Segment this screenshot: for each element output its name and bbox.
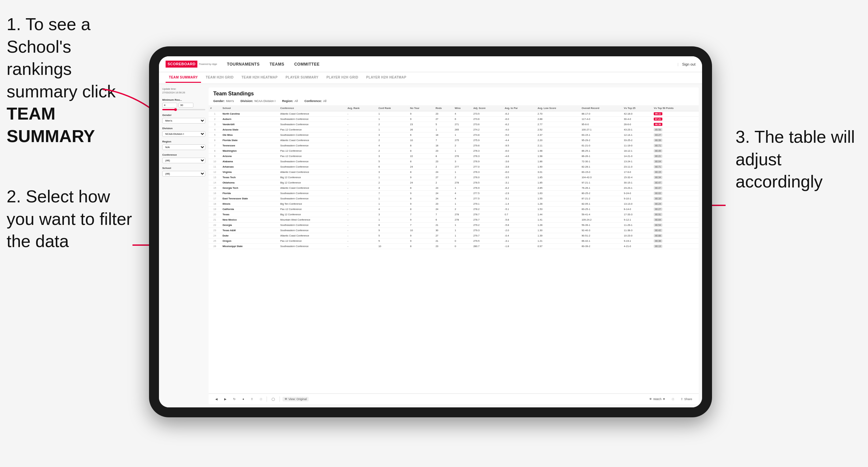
- cell-conf-rank: 9: [377, 228, 409, 233]
- sub-nav-player-h2h-grid[interactable]: PLAYER H2H GRID: [323, 73, 362, 83]
- cell-school: Illinois: [221, 201, 279, 207]
- cell-avg-low: 1.53: [536, 207, 580, 212]
- sub-nav-team-h2h-heatmap[interactable]: TEAM H2H HEATMAP: [238, 73, 281, 83]
- cell-avg-par: -6.2: [503, 185, 536, 191]
- cell-avg-rank: -: [346, 175, 376, 180]
- col-vs25[interactable]: Vs Top 25: [622, 105, 652, 111]
- nav-home-btn[interactable]: ●: [241, 397, 246, 401]
- filter-max-input[interactable]: [179, 103, 193, 107]
- cell-overall: 83-25-1: [580, 207, 622, 212]
- cell-rank: 10: [209, 159, 221, 164]
- filter-gender-select[interactable]: Men's: [162, 118, 205, 124]
- nav-share-btn[interactable]: ⇧: [249, 397, 255, 401]
- col-rank[interactable]: #: [209, 105, 221, 111]
- col-conf-rank[interactable]: Conf Rank: [377, 105, 409, 111]
- cell-no-tour: 9: [408, 117, 434, 122]
- view-original-btn[interactable]: 👁 View: Original: [282, 397, 309, 401]
- cell-points: 87.21: [652, 117, 699, 122]
- col-overall[interactable]: Overall Record: [580, 105, 622, 111]
- cell-rnds: 24: [434, 207, 453, 212]
- cell-avg-rank: -: [346, 143, 376, 148]
- col-points[interactable]: Vs Top 50 Points: [652, 105, 699, 111]
- clock-btn[interactable]: ◯: [270, 397, 277, 401]
- cell-avg-rank: -: [346, 207, 376, 212]
- nav-forward-btn[interactable]: ▶: [222, 397, 228, 401]
- nav-teams[interactable]: TEAMS: [270, 61, 284, 68]
- cell-school: Auburn: [221, 117, 279, 122]
- cell-conf-rank: 1: [377, 111, 409, 117]
- col-school[interactable]: School: [221, 105, 279, 111]
- table-header-row: # School Conference Avg. Rank Conf Rank …: [209, 105, 699, 111]
- cell-overall: 80-25-2: [580, 191, 622, 196]
- table-row: 4 Arizona State Pac-12 Conference - 1 26…: [209, 127, 699, 132]
- col-avg-par[interactable]: Avg. to Par: [503, 105, 536, 111]
- col-rnds[interactable]: Rnds: [434, 105, 453, 111]
- sub-nav-player-summary[interactable]: PLAYER SUMMARY: [282, 73, 321, 83]
- cell-conference: Pac-12 Conference: [279, 127, 346, 132]
- cell-conference: Southeastern Conference: [279, 122, 346, 127]
- filter-gender: Gender Men's: [162, 114, 205, 124]
- cell-rank: 14: [209, 180, 221, 185]
- col-no-tour[interactable]: No Tour: [408, 105, 434, 111]
- table-row: 13 Texas Tech Big 12 Conference - 1 9 27…: [209, 175, 699, 180]
- cell-conf-rank: 2: [377, 122, 409, 127]
- cell-avg-low: 1.98: [536, 148, 580, 154]
- nav-reload-btn[interactable]: ↻: [231, 397, 238, 401]
- col-avg-low[interactable]: Avg. Low Score: [536, 105, 580, 111]
- filter-region-label: Region: [162, 140, 205, 143]
- cell-overall: 88-17-0: [580, 111, 622, 117]
- cell-wins: 271: [453, 122, 472, 127]
- cell-adj-score: 279.2: [472, 223, 503, 228]
- cell-no-tour: 9: [408, 217, 434, 223]
- filter-minimum-rank: Minimum Rou...: [162, 98, 205, 110]
- share-btn[interactable]: ⇧ Share: [679, 397, 694, 401]
- filter-region-select[interactable]: N/A: [162, 145, 205, 150]
- cell-school: Florida: [221, 191, 279, 196]
- cell-no-tour: 10: [408, 228, 434, 233]
- cell-rank: 4: [209, 127, 221, 132]
- table-row: 15 Georgia Tech Atlantic Coast Conferenc…: [209, 185, 699, 191]
- sub-nav-team-h2h-grid[interactable]: TEAM H2H GRID: [203, 73, 237, 83]
- cell-school: Oregon: [221, 239, 279, 244]
- cell-adj-score: 273.6: [472, 122, 503, 127]
- sub-nav-player-h2h-heatmap[interactable]: PLAYER H2H HEATMAP: [363, 73, 410, 83]
- cell-school: Georgia: [221, 223, 279, 228]
- cell-rnds: 23: [434, 201, 453, 207]
- rank-slider[interactable]: [162, 109, 205, 110]
- col-adj-score[interactable]: Adj. Score: [472, 105, 503, 111]
- watch-btn[interactable]: 👁 Watch ▼: [647, 397, 667, 401]
- copy-btn[interactable]: □: [670, 397, 676, 401]
- col-wins[interactable]: Wins: [453, 105, 472, 111]
- cell-adj-score: 274.2: [472, 127, 503, 132]
- sub-nav-team-summary[interactable]: TEAM SUMMARY: [165, 73, 201, 83]
- nav-tab-btn[interactable]: □: [258, 397, 264, 401]
- instruction-step2-text: 2. Select how you want to filter the dat…: [7, 187, 132, 251]
- cell-avg-par: -6.0: [503, 169, 536, 175]
- cell-avg-par: -6.2: [503, 122, 536, 127]
- nav-tournaments[interactable]: TOURNAMENTS: [227, 61, 260, 68]
- nav-committee[interactable]: COMMITTEE: [294, 61, 319, 68]
- nav-back-btn[interactable]: ◀: [213, 397, 220, 401]
- cell-conference: Atlantic Coast Conference: [279, 169, 346, 175]
- nav-links: TOURNAMENTS TEAMS COMMITTEE: [227, 61, 677, 68]
- cell-no-tour: 24: [408, 164, 434, 169]
- filter-min-input[interactable]: [162, 103, 177, 107]
- cell-conference: Pac-12 Conference: [279, 148, 346, 154]
- cell-avg-low: 2.11: [536, 143, 580, 148]
- col-avg-rank[interactable]: Avg. Rank: [346, 105, 376, 111]
- col-conference[interactable]: Conference: [279, 105, 346, 111]
- cell-points: 80.49: [652, 148, 699, 154]
- cell-adj-score: 277.0: [472, 164, 503, 169]
- cell-adj-score: 276.3: [472, 154, 503, 159]
- cell-adj-score: 279.7: [472, 233, 503, 239]
- cell-school: East Tennessee State: [221, 196, 279, 201]
- filter-division-select[interactable]: NCAA Division I: [162, 131, 205, 137]
- filter-conference-select[interactable]: (All): [162, 158, 205, 163]
- sign-out-link[interactable]: Sign out: [682, 62, 695, 66]
- cell-adj-score: 279.3: [472, 228, 503, 233]
- cell-avg-low: 1.41: [536, 217, 580, 223]
- filter-school-select[interactable]: (All): [162, 171, 205, 177]
- cell-school: California: [221, 207, 279, 212]
- table-scroll[interactable]: # School Conference Avg. Rank Conf Rank …: [209, 105, 699, 394]
- cell-conf-rank: 1: [377, 175, 409, 180]
